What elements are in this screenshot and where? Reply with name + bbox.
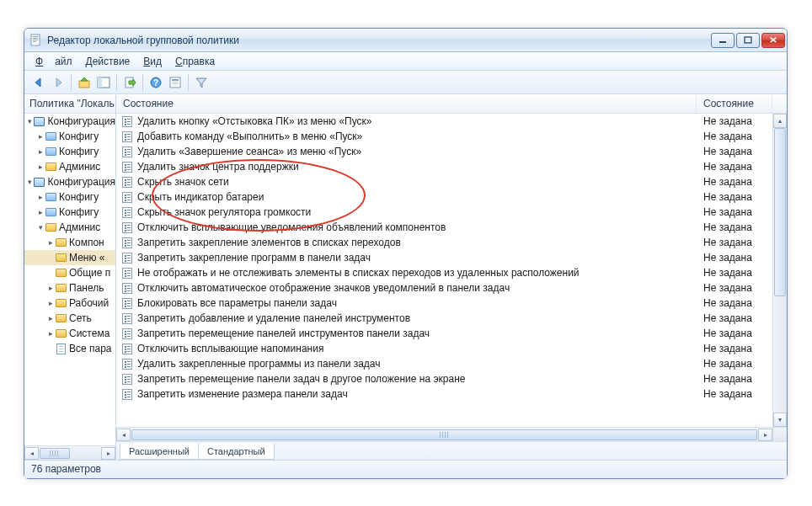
- list-item[interactable]: Удалить кнопку «Отстыковка ПК» из меню «…: [116, 114, 772, 129]
- menu-action[interactable]: Действие: [80, 54, 136, 69]
- list-item-state: Не задана: [697, 191, 772, 203]
- tree-item[interactable]: Все пара: [24, 341, 115, 356]
- tree-label: Панель: [69, 282, 104, 294]
- list-item[interactable]: Не отображать и не отслеживать элементы …: [116, 265, 772, 280]
- tree-item[interactable]: ▾Конфигурация: [24, 174, 115, 189]
- list-item-state: Не задана: [697, 358, 772, 370]
- tree-label: Рабочий: [69, 297, 109, 309]
- tree-item[interactable]: ▾Админис: [24, 220, 115, 235]
- folder-icon: [55, 328, 67, 339]
- folder-blue-icon: [45, 206, 56, 218]
- statusbar: 76 параметров: [24, 460, 787, 478]
- list-item[interactable]: Запретить перемещение панели задач в дру…: [116, 371, 772, 386]
- tree-item[interactable]: ▸Система: [24, 326, 115, 341]
- tab-extended[interactable]: Расширенный: [120, 444, 198, 460]
- tree-h-scrollbar[interactable]: ◂ ▸: [24, 445, 115, 460]
- scroll-right-button[interactable]: ▸: [101, 447, 115, 460]
- scroll-left-button[interactable]: ◂: [24, 447, 39, 460]
- list-item[interactable]: Запретить изменение размера панели задач…: [116, 386, 772, 402]
- list-item-state: Не задана: [697, 373, 772, 385]
- tree-label: Система: [69, 328, 110, 339]
- tree-item[interactable]: Общие п: [24, 265, 115, 280]
- list-item[interactable]: Отключить всплывающие уведомления объявл…: [116, 220, 772, 235]
- titlebar[interactable]: Редактор локальной групповой политики ✕: [24, 29, 787, 52]
- folder-blue-icon: [45, 130, 56, 142]
- list-item[interactable]: Запретить закрепление программ в панели …: [116, 250, 772, 265]
- list-item[interactable]: Запретить добавление и удаление панелей …: [116, 311, 772, 326]
- v-scroll-thumb[interactable]: [774, 128, 786, 296]
- list-item-state: Не задана: [697, 237, 772, 248]
- list-item-state: Не задана: [697, 130, 772, 142]
- list-item-state: Не задана: [697, 176, 772, 188]
- folder-icon: [55, 267, 67, 279]
- list-item[interactable]: Запретить закрепление элементов в списка…: [116, 235, 772, 250]
- list-body[interactable]: Удалить кнопку «Отстыковка ПК» из меню «…: [116, 114, 772, 427]
- column-state[interactable]: Состояние: [697, 95, 772, 113]
- tree-item[interactable]: ▸Админис: [24, 159, 115, 174]
- show-hide-tree-button[interactable]: [94, 73, 113, 92]
- minimize-button[interactable]: [711, 33, 735, 48]
- list-item[interactable]: Скрыть индикатор батареиНе задана: [116, 189, 772, 205]
- scroll-up-button[interactable]: ▴: [773, 114, 787, 128]
- menubar: Файл Действие Вид Справка: [24, 52, 787, 71]
- list-item-state: Не задана: [697, 146, 772, 157]
- app-icon: [29, 34, 43, 47]
- tree-item[interactable]: ▸Сеть: [24, 311, 115, 326]
- list-item[interactable]: Скрыть значок сетиНе задана: [116, 174, 772, 189]
- list-item-label: Блокировать все параметры панели задач: [137, 297, 697, 309]
- list-item[interactable]: Добавить команду «Выполнить» в меню «Пус…: [116, 129, 772, 144]
- svg-rect-9: [98, 77, 102, 88]
- tree-item[interactable]: ▸Панель: [24, 280, 115, 296]
- list-item[interactable]: Удалить закрепленные программы из панели…: [116, 356, 772, 371]
- export-button[interactable]: [120, 73, 139, 92]
- policy-icon: [121, 206, 133, 218]
- list-item-state: Не задана: [697, 252, 772, 264]
- list-item-label: Отключить автоматическое отображение зна…: [137, 282, 697, 294]
- tab-standard[interactable]: Стандартный: [198, 444, 275, 460]
- svg-rect-3: [33, 40, 38, 40]
- tree-item[interactable]: ▾Конфигурация: [24, 114, 115, 129]
- list-item-state: Не задана: [697, 221, 772, 233]
- v-scrollbar[interactable]: ▴ ▾: [772, 114, 787, 427]
- tree-item[interactable]: ▸Конфигу: [24, 189, 115, 205]
- close-button[interactable]: ✕: [761, 33, 785, 48]
- column-name[interactable]: Состояние: [116, 95, 697, 113]
- tree-item[interactable]: ▸Конфигу: [24, 144, 115, 159]
- forward-button[interactable]: [49, 73, 67, 92]
- tree-label: Конфигурация: [47, 115, 115, 127]
- tree-column-header[interactable]: Политика "Локаль: [24, 95, 115, 114]
- svg-rect-1: [33, 36, 38, 37]
- list-item[interactable]: Блокировать все параметры панели задачНе…: [116, 296, 772, 311]
- list-item-label: Не отображать и не отслеживать элементы …: [137, 267, 697, 279]
- list-item[interactable]: Отключить автоматическое отображение зна…: [116, 280, 772, 296]
- policy-icon: [121, 161, 133, 173]
- tree-item[interactable]: ▸Рабочий: [24, 296, 115, 311]
- menu-file[interactable]: Файл: [29, 54, 78, 69]
- menu-help[interactable]: Справка: [169, 54, 221, 69]
- list-item[interactable]: Удалить «Завершение сеанса» из меню «Пус…: [116, 144, 772, 159]
- list-item-label: Скрыть индикатор батареи: [137, 191, 697, 203]
- list-scroll-thumb[interactable]: [131, 429, 757, 440]
- back-button[interactable]: [29, 73, 48, 92]
- list-scroll-left-button[interactable]: ◂: [116, 429, 131, 441]
- tree-item[interactable]: ▸Компон: [24, 235, 115, 250]
- tree-item[interactable]: ▸Конфигу: [24, 129, 115, 144]
- menu-view[interactable]: Вид: [137, 54, 168, 69]
- filter-button[interactable]: [192, 73, 211, 92]
- list-item[interactable]: Запретить перемещение панелей инструмент…: [116, 326, 772, 341]
- list-h-scrollbar[interactable]: ◂ ▸: [116, 428, 772, 441]
- tree-item[interactable]: Меню «: [24, 250, 115, 265]
- list-item[interactable]: Удалить значок центра поддержкиНе задана: [116, 159, 772, 174]
- maximize-button[interactable]: [736, 33, 760, 48]
- policy-icon: [121, 221, 133, 233]
- scroll-down-button[interactable]: ▾: [773, 413, 787, 427]
- help-button[interactable]: ?: [147, 73, 165, 92]
- tree-scroll-thumb[interactable]: [40, 448, 70, 459]
- up-button[interactable]: [75, 73, 93, 92]
- list-scroll-right-button[interactable]: ▸: [758, 429, 772, 441]
- folder-icon: [55, 282, 67, 294]
- list-item[interactable]: Скрыть значок регулятора громкостиНе зад…: [116, 205, 772, 220]
- tree-item[interactable]: ▸Конфигу: [24, 205, 115, 220]
- list-item[interactable]: Отключить всплывающие напоминанияНе зада…: [116, 341, 772, 356]
- properties-button[interactable]: [166, 73, 184, 92]
